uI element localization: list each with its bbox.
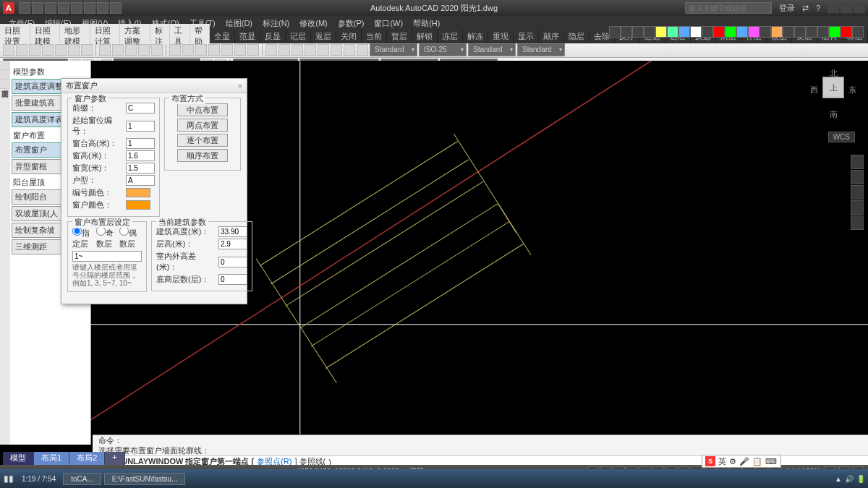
layout-tab-2[interactable]: 布局2 — [69, 452, 105, 465]
shop-input[interactable] — [218, 274, 247, 285]
tool-icon[interactable] — [331, 44, 342, 56]
numcolor-swatch[interactable] — [126, 188, 150, 197]
qat-icon[interactable] — [84, 2, 95, 14]
layout-tab-model[interactable]: 模型 — [3, 452, 34, 465]
showmotion-icon[interactable] — [851, 215, 864, 230]
taskbar-item[interactable]: toCA... — [63, 473, 101, 485]
sogou-icon[interactable]: S — [705, 456, 715, 466]
ime-bar[interactable]: S 英 ⚙ 🎤 📋 ⌨ — [702, 455, 781, 468]
tool-icon[interactable] — [68, 44, 80, 56]
tool-icon[interactable] — [305, 44, 316, 56]
minimize-button[interactable] — [827, 3, 839, 13]
qat-icon[interactable] — [32, 2, 43, 14]
tool-icon[interactable] — [247, 44, 259, 56]
tool-icon[interactable] — [29, 44, 41, 56]
tool-icon[interactable] — [736, 26, 748, 38]
tool-icon[interactable] — [725, 26, 736, 38]
side-tab[interactable]: 复杂建模 — [0, 70, 10, 80]
pause-icon[interactable]: ▮▮ — [3, 473, 14, 484]
tool-icon[interactable] — [292, 44, 303, 56]
tool-icon[interactable] — [221, 44, 233, 56]
menu-item[interactable]: 帮助(H) — [409, 17, 444, 30]
qat-icon[interactable] — [58, 2, 69, 14]
qat-icon[interactable] — [19, 2, 30, 14]
wcs-label[interactable]: WCS — [828, 132, 855, 142]
tool-icon[interactable] — [748, 26, 760, 38]
tool-icon[interactable] — [112, 44, 124, 56]
layer-cmd[interactable]: 解锁 — [412, 30, 438, 43]
layer-cmd[interactable]: 暂层 — [387, 30, 412, 43]
side-tab[interactable]: 方案调整 — [0, 80, 10, 89]
floors-input[interactable] — [72, 251, 142, 262]
height-input[interactable] — [126, 150, 155, 161]
search-input[interactable] — [685, 2, 772, 14]
tool-icon[interactable] — [702, 26, 713, 38]
tool-icon[interactable] — [169, 44, 181, 56]
ime-lang[interactable]: 英 — [718, 456, 726, 467]
tool-icon[interactable] — [713, 26, 725, 38]
tool-icon[interactable] — [182, 44, 194, 56]
ime-icon[interactable]: ⚙ — [729, 457, 736, 466]
tool-icon[interactable] — [829, 26, 841, 38]
tool-icon[interactable] — [278, 44, 290, 56]
ime-icon[interactable]: 📋 — [752, 457, 762, 466]
mlstyle-drop[interactable]: Standard — [517, 43, 565, 56]
layer-cmd[interactable]: 全显 — [210, 30, 235, 43]
tool-icon[interactable] — [16, 44, 27, 56]
viewcube-top[interactable]: 上 — [822, 77, 844, 98]
exchange-icon[interactable]: ⇄ — [802, 4, 809, 13]
tool-icon[interactable] — [3, 44, 14, 56]
tool-icon[interactable] — [138, 44, 150, 56]
midpoint-button[interactable]: 中点布置 — [177, 103, 228, 116]
dimstyle-drop[interactable]: ISO-25 — [419, 43, 467, 56]
help-icon[interactable]: ? — [816, 4, 820, 12]
tool-icon[interactable] — [678, 26, 690, 38]
menu-item[interactable]: 标注(N) — [258, 17, 294, 30]
tool-icon[interactable] — [690, 26, 702, 38]
ime-icon[interactable]: 🎤 — [739, 457, 749, 466]
menu-item[interactable]: 参数(P) — [333, 17, 369, 30]
wincolor-swatch[interactable] — [126, 200, 150, 210]
layout-tab-add[interactable]: + — [105, 452, 124, 465]
tool-icon[interactable] — [609, 26, 621, 38]
tool-icon[interactable] — [794, 26, 806, 38]
tool-icon[interactable] — [265, 44, 277, 56]
qat-icon[interactable] — [71, 2, 82, 14]
prefix-input[interactable] — [126, 103, 155, 114]
start-input[interactable] — [126, 121, 155, 132]
tool-icon[interactable] — [344, 44, 355, 56]
tool-icon[interactable] — [621, 26, 632, 38]
tool-icon[interactable] — [667, 26, 678, 38]
login-label[interactable]: 登录 — [779, 3, 795, 14]
orbit-icon[interactable] — [851, 200, 864, 215]
tool-icon[interactable] — [760, 26, 771, 38]
tool-icon[interactable] — [151, 44, 163, 56]
each-button[interactable]: 逐个布置 — [177, 134, 228, 147]
layout-tab-1[interactable]: 布局1 — [34, 452, 69, 465]
tool-icon[interactable] — [632, 26, 644, 38]
tool-icon[interactable] — [81, 44, 93, 56]
tool-icon[interactable] — [806, 26, 817, 38]
tool-icon[interactable] — [841, 26, 852, 38]
type-input[interactable] — [126, 175, 155, 186]
tool-icon[interactable] — [42, 44, 54, 56]
bheight-input[interactable] — [218, 226, 247, 237]
maximize-button[interactable] — [841, 3, 852, 13]
zoom-icon[interactable] — [851, 185, 864, 200]
tool-icon[interactable] — [357, 44, 368, 56]
diff-input[interactable] — [218, 257, 247, 267]
twopoint-button[interactable]: 两点布置 — [177, 119, 228, 132]
layer-cmd[interactable]: 显示 — [514, 30, 539, 43]
layer-cmd[interactable]: 范显 — [235, 30, 260, 43]
layer-cmd[interactable]: 冻层 — [438, 30, 463, 43]
tool-icon[interactable] — [125, 44, 137, 56]
qat-icon[interactable] — [110, 2, 122, 14]
menu-item[interactable]: 绘图(D) — [221, 17, 257, 30]
tool-icon[interactable] — [655, 26, 667, 38]
textstyle-drop[interactable]: Standard — [370, 43, 417, 56]
tool-icon[interactable] — [852, 26, 864, 38]
tablestyle-drop[interactable]: Standard — [468, 43, 516, 56]
tool-icon[interactable] — [55, 44, 67, 56]
layer-cmd[interactable]: 颠序 — [539, 30, 564, 43]
close-icon[interactable]: × — [238, 82, 242, 90]
